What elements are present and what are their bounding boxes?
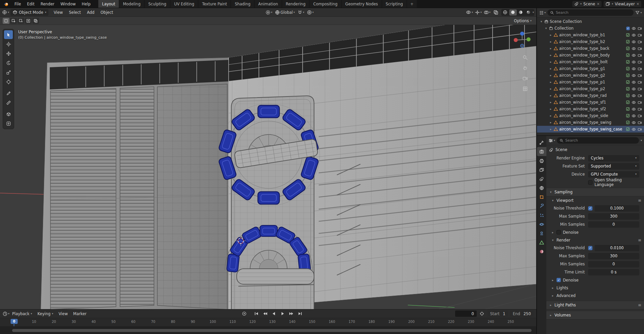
hide-viewport-icon[interactable] [632, 87, 636, 91]
expand-icon[interactable]: ▸ [549, 101, 552, 104]
render-denoise-header[interactable]: ▸ ✓ Denoise [546, 276, 644, 284]
outliner-object-row[interactable]: ▸ aircon_window_type_sf1 [537, 99, 644, 106]
viewport-noise-threshold-field[interactable]: 0.1000 [595, 205, 639, 212]
scale-tool[interactable] [4, 68, 13, 77]
tab-scene[interactable] [537, 174, 546, 183]
disable-render-icon[interactable] [638, 127, 642, 131]
selectable-toggle-icon[interactable] [626, 53, 630, 57]
disable-render-icon[interactable] [638, 87, 642, 91]
selectable-toggle-icon[interactable] [626, 67, 630, 71]
outliner-object-row[interactable]: ▸ aircon_window_type_g2 [537, 72, 644, 79]
topbar-menu[interactable]: File [11, 0, 24, 8]
add-workspace-button[interactable]: + [407, 0, 417, 8]
lights-subpanel-header[interactable]: ▸ Lights [546, 284, 644, 292]
transform-pivot-dropdown[interactable]: ▾ [266, 9, 272, 16]
annotate-tool[interactable] [4, 89, 13, 98]
gizmo-dropdown[interactable]: ▾ [475, 9, 482, 16]
unlink-scene-icon[interactable]: × [597, 2, 600, 6]
expand-icon[interactable]: ▸ [549, 80, 552, 84]
tab-object-data[interactable] [537, 238, 546, 247]
disable-render-icon[interactable] [638, 94, 642, 98]
next-keyframe-button[interactable] [287, 310, 295, 317]
selectable-toggle-icon[interactable] [626, 94, 630, 98]
object-visibility-dropdown[interactable]: ▾ [466, 9, 473, 16]
tab-physics[interactable] [537, 220, 546, 229]
camera-view-icon[interactable] [521, 75, 529, 82]
expand-icon[interactable]: ▸ [549, 107, 552, 111]
preset-menu-icon[interactable]: ≡ [638, 238, 641, 243]
selectable-toggle-icon[interactable] [626, 33, 630, 37]
jump-start-button[interactable] [252, 310, 260, 317]
interact-tool[interactable] [4, 119, 13, 128]
workspace-tab[interactable]: Geometry Nodes [342, 0, 382, 8]
outliner-object-row[interactable]: ▸ aircon_window_type_back [537, 45, 644, 52]
expand-icon[interactable]: ▸ [549, 127, 552, 131]
selectable-toggle-icon[interactable] [626, 87, 630, 91]
preset-menu-icon[interactable]: ≡ [638, 303, 641, 307]
hide-viewport-icon[interactable] [632, 27, 636, 30]
outliner-editor-type-button[interactable]: ▾ [539, 9, 546, 16]
selectable-toggle-icon[interactable] [626, 107, 630, 111]
topbar-menu[interactable]: Window [57, 0, 78, 8]
hide-viewport-icon[interactable] [632, 121, 636, 124]
render-min-samples-field[interactable]: 0 [588, 261, 639, 267]
topbar-menu[interactable]: Edit [24, 0, 37, 8]
viewport-menu[interactable]: Add [84, 10, 97, 15]
gizmo-x-axis[interactable] [514, 38, 518, 42]
expand-icon[interactable]: ▸ [549, 87, 552, 90]
frame-start-field[interactable]: Start 1 [487, 310, 508, 317]
expand-icon[interactable]: ▸ [549, 67, 552, 70]
expand-icon[interactable]: ▾ [544, 27, 548, 30]
shading-solid-button[interactable] [509, 9, 517, 15]
transform-tool[interactable] [4, 77, 13, 86]
sampling-section-header[interactable]: ▾ Sampling [546, 188, 644, 196]
hide-viewport-icon[interactable] [632, 40, 636, 44]
hide-viewport-icon[interactable] [632, 33, 636, 37]
outliner-object-row[interactable]: ▸ aircon_window_type_sf2 [537, 106, 644, 112]
selectable-toggle-icon[interactable] [626, 73, 630, 77]
tab-world[interactable] [537, 183, 546, 192]
viewlayer-selector[interactable]: ▾ ViewLayer × [604, 1, 641, 7]
overlays-dropdown[interactable]: ▾ [484, 9, 490, 16]
select-mode-invert-button[interactable] [25, 18, 32, 24]
playback-menu[interactable]: Playback▾ [9, 311, 35, 316]
expand-icon[interactable]: ▸ [549, 121, 552, 124]
add-cube-tool[interactable] [4, 110, 13, 118]
selectable-toggle-icon[interactable] [626, 114, 630, 118]
hide-viewport-icon[interactable] [632, 101, 636, 104]
prev-keyframe-button[interactable] [261, 310, 269, 317]
expand-icon[interactable]: ▸ [549, 114, 552, 117]
shading-wireframe-button[interactable] [502, 9, 509, 15]
auto-keying-button[interactable] [240, 310, 248, 317]
play-reverse-button[interactable] [270, 310, 278, 317]
workspace-tab[interactable]: Modeling [119, 0, 144, 8]
disable-render-icon[interactable] [638, 101, 642, 104]
remove-viewlayer-icon[interactable]: × [637, 2, 639, 6]
viewport-denoise-header[interactable]: ▸ Denoise [546, 228, 644, 236]
gizmo-z-neg-axis[interactable] [520, 44, 524, 47]
outliner-object-row[interactable]: ▸ aircon_window_type_b1 [537, 32, 644, 38]
move-tool[interactable] [4, 49, 13, 58]
preset-menu-icon[interactable]: ≡ [638, 198, 641, 203]
frame-end-field[interactable]: End 250 [510, 310, 534, 317]
expand-icon[interactable]: ▸ [549, 94, 552, 97]
scene-selector[interactable]: ▾ Scene × [572, 1, 602, 7]
scene-collection-row[interactable]: ▾ Scene Collection [537, 18, 644, 25]
selectable-toggle-icon[interactable] [626, 40, 630, 44]
measure-tool[interactable] [4, 98, 13, 107]
tab-modifiers[interactable] [537, 201, 546, 211]
selectable-toggle-icon[interactable] [626, 80, 630, 84]
osl-checkbox[interactable] [588, 180, 592, 185]
shading-rendered-button[interactable] [525, 9, 532, 15]
zoom-icon[interactable] [521, 54, 529, 61]
properties-search[interactable] [557, 137, 639, 144]
marker-menu[interactable]: Marker [70, 311, 89, 316]
light-paths-section-header[interactable]: ▸ Light Paths ≡ [546, 301, 644, 309]
hide-viewport-icon[interactable] [632, 114, 636, 118]
viewport-denoise-checkbox[interactable] [556, 230, 561, 234]
hide-viewport-icon[interactable] [632, 67, 636, 71]
properties-editor-type-button[interactable]: ▾ [548, 137, 555, 144]
viewport-subpanel-header[interactable]: ▾ Viewport ≡ [546, 196, 644, 204]
expand-icon[interactable]: ▸ [549, 33, 552, 37]
hide-viewport-icon[interactable] [632, 74, 636, 77]
